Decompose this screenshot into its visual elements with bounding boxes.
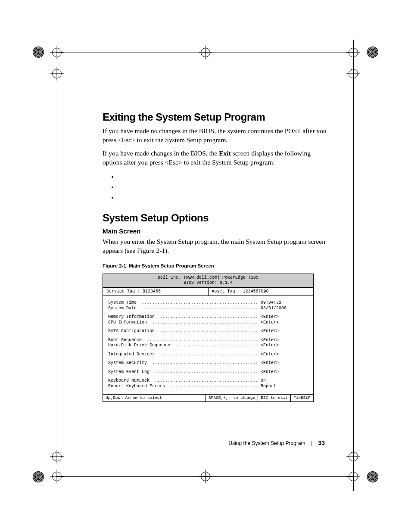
bios-menu-row: Hard-Disk Drive Sequence ...............… — [108, 343, 308, 348]
bios-menu-row: SATA Configuration .....................… — [108, 329, 308, 334]
bios-hint-help: F1=HELP — [291, 395, 313, 401]
bios-screenshot: Dell Inc. (www.dell.com) PowerEdge T105 … — [103, 274, 314, 402]
bios-body: System Time ............................… — [103, 296, 314, 395]
paragraph-1: If you have made no changes in the BIOS,… — [103, 127, 327, 145]
bios-menu-row: Memory Information .....................… — [108, 314, 308, 320]
page-footer: Using the System Setup Program | 33 — [229, 439, 325, 446]
list-item — [118, 171, 327, 182]
heading-options: System Setup Options — [103, 212, 327, 224]
bios-tag-row: Service Tag : B123456 Asset Tag : 123456… — [103, 287, 314, 296]
heading-exiting: Exiting the System Setup Program — [103, 111, 327, 123]
bios-menu-row: System Time ............................… — [108, 300, 308, 306]
bios-hint-change: SPACE,+,- to change — [206, 395, 258, 401]
bios-menu-row: System Date ............................… — [108, 306, 308, 311]
bios-menu-row: CPU Information ........................… — [108, 320, 308, 326]
footer-section: Using the System Setup Program — [229, 440, 305, 446]
bios-menu-row: Keyboard NumLock .......................… — [108, 378, 308, 384]
subheading-main-screen: Main Screen — [103, 227, 327, 235]
bios-footer: Up,Down Arrow to select SPACE,+,- to cha… — [103, 395, 314, 402]
bios-menu-row: Boot Sequence ..........................… — [108, 338, 308, 343]
exit-options-list — [103, 171, 327, 202]
bios-hint-nav: Up,Down Arrow to select — [103, 395, 206, 401]
bios-hint-exit: ESC to exit — [258, 395, 291, 401]
bios-header: Dell Inc. (www.dell.com) PowerEdge T105 … — [103, 274, 314, 287]
bios-menu-row: Integrated Devices .....................… — [108, 352, 308, 358]
figure-caption: Figure 2-1. Main System Setup Program Sc… — [103, 263, 327, 268]
page-number: 33 — [318, 439, 325, 446]
paragraph-2: If you have made changes in the BIOS, th… — [103, 149, 327, 167]
list-item — [118, 182, 327, 192]
bios-header-line1: Dell Inc. (www.dell.com) PowerEdge T105 — [103, 275, 313, 281]
bios-menu-row: Report Keyboard Errors .................… — [108, 384, 308, 389]
service-tag: Service Tag : B123456 — [103, 288, 209, 296]
footer-separator: | — [311, 440, 312, 446]
paragraph-3: When you enter the System Setup program,… — [103, 237, 327, 255]
bios-menu-row: System Security ........................… — [108, 361, 308, 366]
asset-tag: Asset Tag : 1234567890 — [209, 288, 314, 296]
list-item — [118, 192, 327, 202]
bios-menu-row: System Event Log .......................… — [108, 370, 308, 375]
bios-header-line2: BIOS Version: 0.1.4 — [103, 280, 313, 286]
